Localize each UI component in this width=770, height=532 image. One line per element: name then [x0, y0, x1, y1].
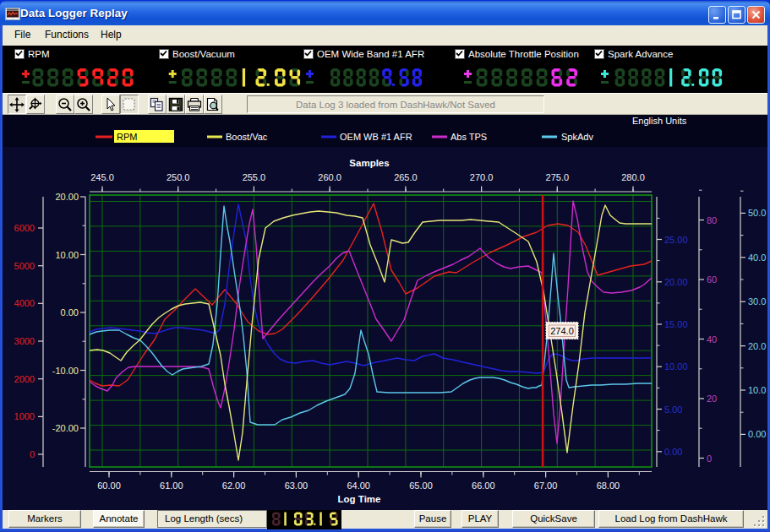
svg-text:10.00: 10.00 — [664, 361, 688, 372]
svg-text:20.00: 20.00 — [55, 192, 79, 202]
svg-text:10.00: 10.00 — [55, 250, 79, 260]
svg-text:5.00: 5.00 — [664, 404, 682, 415]
svg-text:280.0: 280.0 — [621, 172, 645, 182]
svg-text:Boost/Vac: Boost/Vac — [226, 132, 268, 142]
svg-text:25.00: 25.00 — [664, 235, 688, 245]
svg-text:270.0: 270.0 — [470, 172, 494, 182]
svg-text:2000: 2000 — [14, 374, 35, 384]
svg-text:265.0: 265.0 — [394, 172, 418, 182]
svg-text:60: 60 — [707, 274, 717, 285]
svg-text:275.0: 275.0 — [546, 172, 570, 182]
svg-text:3000: 3000 — [14, 336, 35, 346]
svg-text:-10.00: -10.00 — [52, 366, 79, 376]
svg-text:255.0: 255.0 — [243, 172, 266, 182]
svg-text:274.0: 274.0 — [550, 326, 574, 336]
svg-text:245.0: 245.0 — [90, 172, 114, 182]
svg-text:250.0: 250.0 — [167, 172, 190, 182]
svg-text:-20.00: -20.00 — [52, 423, 79, 433]
svg-text:61.00: 61.00 — [160, 480, 183, 491]
svg-text:40: 40 — [707, 334, 717, 345]
svg-text:OEM WB #1 AFR: OEM WB #1 AFR — [340, 132, 412, 142]
svg-text:RPM: RPM — [117, 132, 137, 142]
svg-text:30.0: 30.0 — [748, 296, 766, 307]
svg-text:20.00: 20.00 — [664, 277, 688, 287]
svg-text:20.0: 20.0 — [748, 341, 766, 351]
svg-text:50.0: 50.0 — [748, 208, 766, 218]
svg-text:68.00: 68.00 — [597, 480, 620, 491]
svg-text:64.00: 64.00 — [347, 480, 370, 491]
svg-text:20: 20 — [707, 394, 717, 404]
svg-text:67.00: 67.00 — [534, 480, 558, 491]
svg-text:65.00: 65.00 — [409, 480, 433, 491]
svg-text:66.00: 66.00 — [472, 480, 495, 491]
svg-text:40.0: 40.0 — [748, 252, 766, 263]
svg-text:Samples: Samples — [349, 158, 389, 168]
svg-text:0.00: 0.00 — [748, 429, 766, 439]
svg-text:1000: 1000 — [14, 411, 35, 421]
svg-text:0: 0 — [707, 453, 712, 464]
svg-text:15.00: 15.00 — [664, 319, 688, 329]
svg-text:6000: 6000 — [14, 223, 35, 233]
svg-text:Abs TPS: Abs TPS — [451, 132, 487, 142]
svg-text:80: 80 — [707, 215, 717, 225]
svg-text:0: 0 — [30, 449, 35, 459]
svg-text:260.0: 260.0 — [318, 172, 341, 182]
svg-text:10.0: 10.0 — [748, 385, 766, 395]
svg-text:5000: 5000 — [14, 261, 35, 271]
svg-text:63.00: 63.00 — [285, 480, 309, 491]
svg-text:0.00: 0.00 — [664, 447, 682, 457]
svg-text:0.00: 0.00 — [61, 307, 79, 318]
svg-text:62.00: 62.00 — [222, 480, 246, 491]
svg-text:SpkAdv: SpkAdv — [561, 132, 593, 142]
svg-text:4000: 4000 — [14, 298, 35, 308]
svg-text:60.00: 60.00 — [97, 480, 121, 491]
svg-text:Log Time: Log Time — [338, 494, 381, 504]
svg-text:English Units: English Units — [632, 116, 687, 126]
